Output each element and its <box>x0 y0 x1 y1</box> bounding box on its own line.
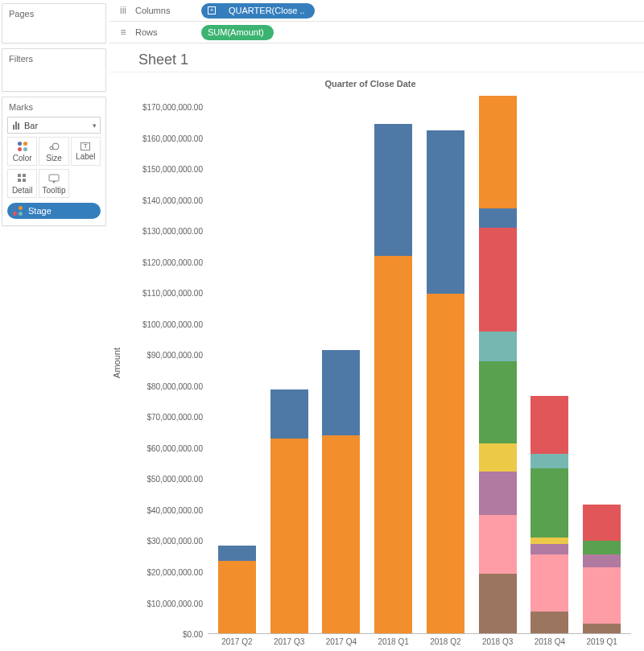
marks-row-2: Detail Tooltip <box>7 169 101 198</box>
rows-pill-label: SUM(Amount) <box>208 27 264 37</box>
bar-column[interactable] <box>583 505 621 633</box>
bar-segment[interactable] <box>583 554 621 567</box>
marks-size-label: Size <box>46 154 61 163</box>
svg-rect-3 <box>23 174 26 177</box>
bar-segment[interactable] <box>530 554 568 611</box>
filters-shelf[interactable]: Filters <box>2 48 106 92</box>
right-panel: iii Columns + QUARTER(Close .. ≡ Rows <box>109 0 644 651</box>
bar-segment[interactable] <box>374 124 412 256</box>
bar-segment[interactable] <box>270 439 308 633</box>
bar-segment[interactable] <box>583 624 621 633</box>
bar-segment[interactable] <box>530 454 568 468</box>
rows-pill[interactable]: SUM(Amount) <box>201 25 274 40</box>
bar-segment[interactable] <box>322 435 360 633</box>
bar-segment[interactable] <box>479 208 517 227</box>
marks-label-button[interactable]: T Label <box>71 137 101 166</box>
detail-icon <box>17 173 28 184</box>
y-axis-label: Amount <box>112 348 122 378</box>
bar-segment[interactable] <box>583 567 621 624</box>
bar-column[interactable] <box>218 546 256 633</box>
bar-column[interactable] <box>270 389 308 633</box>
bar-segment[interactable] <box>530 612 568 633</box>
bar-segment[interactable] <box>583 541 621 555</box>
bar-column[interactable] <box>374 124 412 633</box>
bar-column[interactable] <box>530 396 568 633</box>
y-tick: $10,000,000.00 <box>147 599 203 608</box>
x-axis-ticks: 2017 Q22017 Q32017 Q42018 Q12018 Q22018 … <box>208 634 631 646</box>
pages-shelf[interactable]: Pages <box>2 3 106 43</box>
x-tick: 2018 Q2 <box>427 637 464 646</box>
bar-segment[interactable] <box>479 443 517 472</box>
y-axis-ticks: $170,000,000.00$160,000,000.00$150,000,0… <box>124 92 208 634</box>
y-tick: $100,000,000.00 <box>142 319 203 328</box>
marks-row-1: Color Size T Label <box>7 137 101 166</box>
columns-pill-label: QUARTER(Close .. <box>229 6 305 15</box>
y-tick: $40,000,000.00 <box>147 505 203 514</box>
y-tick: $50,000,000.00 <box>147 475 203 484</box>
columns-label: Columns <box>135 6 170 15</box>
bar-segment[interactable] <box>530 396 568 454</box>
bar-segment[interactable] <box>427 130 464 294</box>
svg-point-1 <box>52 143 59 150</box>
bar-segment[interactable] <box>479 472 517 516</box>
y-tick: $170,000,000.00 <box>142 103 203 112</box>
y-tick: $60,000,000.00 <box>147 443 203 452</box>
marks-card: Marks Bar ▾ Color <box>2 97 106 226</box>
marks-color-button[interactable]: Color <box>7 137 37 166</box>
bar-segment[interactable] <box>583 505 621 541</box>
bar-segment[interactable] <box>479 361 517 443</box>
y-tick: $90,000,000.00 <box>147 351 203 360</box>
bar-segment[interactable] <box>218 546 256 562</box>
chart-area: Quarter of Close Date Amount $170,000,00… <box>109 72 644 651</box>
bar-segment[interactable] <box>270 389 308 439</box>
marks-label-label: Label <box>76 152 95 161</box>
bar-segment[interactable] <box>427 294 464 633</box>
marks-detail-label: Detail <box>12 186 33 195</box>
y-tick: $160,000,000.00 <box>142 134 203 142</box>
bar-segment[interactable] <box>479 574 517 633</box>
sheet-title[interactable]: Sheet 1 <box>109 43 644 72</box>
bar-segment[interactable] <box>322 350 360 435</box>
shelves: iii Columns + QUARTER(Close .. ≡ Rows <box>109 0 644 43</box>
bar-icon <box>13 122 19 130</box>
y-tick: $110,000,000.00 <box>142 289 203 298</box>
bar-segment[interactable] <box>530 544 568 555</box>
tooltip-icon <box>48 173 60 184</box>
bar-segment[interactable] <box>218 561 256 633</box>
marks-detail-button[interactable]: Detail <box>7 169 37 198</box>
columns-shelf[interactable]: iii Columns + QUARTER(Close .. <box>109 0 644 22</box>
svg-rect-5 <box>23 179 26 182</box>
mark-type-dropdown[interactable]: Bar ▾ <box>7 117 101 134</box>
color-icon <box>17 141 28 152</box>
bar-column[interactable] <box>427 130 464 633</box>
bar-segment[interactable] <box>479 332 517 361</box>
bar-segment[interactable] <box>530 468 568 538</box>
bar-segment[interactable] <box>479 228 517 332</box>
filters-title: Filters <box>9 54 99 64</box>
y-tick: $20,000,000.00 <box>147 567 203 576</box>
columns-pill[interactable]: + QUARTER(Close .. <box>201 3 315 19</box>
rows-shelf[interactable]: ≡ Rows SUM(Amount) <box>109 22 644 43</box>
chevron-down-icon: ▾ <box>93 122 97 130</box>
bar-segment[interactable] <box>479 515 517 573</box>
bar-segment[interactable] <box>530 538 568 544</box>
plot-area[interactable] <box>208 92 631 634</box>
left-panel: Pages Filters Marks Bar ▾ <box>0 0 109 651</box>
rows-label: Rows <box>135 27 158 37</box>
svg-rect-6 <box>49 175 59 181</box>
bar-column[interactable] <box>322 350 360 633</box>
svg-rect-4 <box>18 179 21 182</box>
stage-pill[interactable]: Stage <box>7 203 101 219</box>
bar-segment[interactable] <box>374 256 412 633</box>
marks-size-button[interactable]: Size <box>39 137 68 166</box>
y-tick: $130,000,000.00 <box>142 227 203 236</box>
rows-icon: ≡ <box>118 27 129 38</box>
bar-segment[interactable] <box>479 96 517 209</box>
x-tick: 2019 Q1 <box>583 637 621 646</box>
bar-column[interactable] <box>479 96 517 633</box>
marks-title: Marks <box>7 102 101 117</box>
x-tick: 2018 Q1 <box>374 637 412 646</box>
svg-rect-2 <box>18 174 21 177</box>
columns-icon: iii <box>118 5 129 16</box>
marks-tooltip-button[interactable]: Tooltip <box>39 169 68 198</box>
